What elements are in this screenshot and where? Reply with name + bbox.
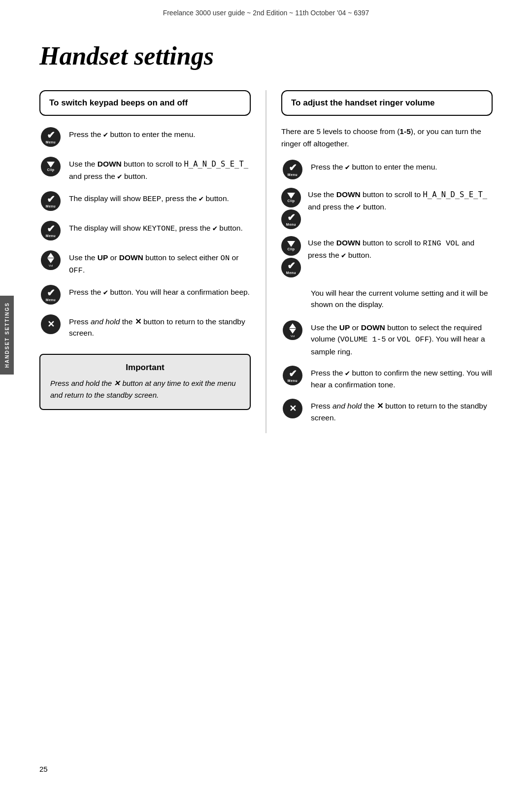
right-menu-check-6: ✔ Menu bbox=[283, 366, 302, 385]
left-step-text-4: The display will show KEYTONE, press the… bbox=[69, 219, 243, 235]
right-step-4: Clip ✔ Menu Use the DOWN button to scrol… bbox=[281, 236, 493, 277]
left-column: To switch keypad beeps on and off ✔ Menu… bbox=[39, 90, 251, 433]
column-divider bbox=[266, 90, 266, 433]
right-step-text-7: Press and hold the ✕ button to return to… bbox=[311, 397, 493, 423]
down-arrow-icon-2: Clip bbox=[41, 157, 61, 176]
left-steps-list: ✔ Menu Press the ✔ button to enter the m… bbox=[39, 126, 251, 339]
right-step-text-4: Use the DOWN button to scroll to RING VO… bbox=[308, 236, 493, 262]
right-menu-check-1: ✔ Menu bbox=[283, 160, 302, 179]
right-vol-icon-5: Vol bbox=[283, 320, 302, 340]
right-step-5: Vol Use the UP or DOWN button to select … bbox=[281, 319, 493, 357]
right-icon-7: ✕ bbox=[281, 397, 304, 420]
right-info-text: You will hear the current volume setting… bbox=[281, 284, 493, 310]
right-intro-text: There are 5 levels to choose from (1-5),… bbox=[281, 126, 493, 150]
left-step-2: Clip Use the DOWN button to scroll to H̲… bbox=[39, 155, 251, 183]
left-step-1: ✔ Menu Press the ✔ button to enter the m… bbox=[39, 126, 251, 148]
right-menu-check-3: ✔ Menu bbox=[281, 209, 301, 229]
right-icon-1: ✔ Menu bbox=[281, 158, 304, 181]
left-icon-5: Vol bbox=[39, 249, 62, 272]
right-step-2: Clip ✔ Menu Use the DOWN button to scrol… bbox=[281, 188, 493, 229]
side-tab: HANDSET SETTINGS bbox=[0, 296, 14, 375]
right-step-6: ✔ Menu Press the ✔ button to confirm the… bbox=[281, 364, 493, 391]
left-icon-6: ✔ Menu bbox=[39, 283, 62, 306]
right-menu-check-4b: ✔ Menu bbox=[281, 258, 301, 277]
menu-check-icon-4: ✔ Menu bbox=[41, 221, 61, 240]
left-step-text-2: Use the DOWN button to scroll to H̲A̲N̲D… bbox=[69, 155, 251, 183]
important-box: Important Press and hold the ✕ button at… bbox=[39, 354, 251, 410]
left-step-4: ✔ Menu The display will show KEYTONE, pr… bbox=[39, 219, 251, 242]
page-header: Freelance 3000 user guide ~ 2nd Edition … bbox=[0, 0, 532, 22]
left-icon-2: Clip bbox=[39, 155, 62, 178]
menu-check-icon-6: ✔ Menu bbox=[41, 285, 61, 305]
left-step-text-7: Press and hold the ✕ button to return to… bbox=[69, 313, 251, 339]
left-step-3: ✔ Menu The display will show BEEP, press… bbox=[39, 190, 251, 212]
left-step-text-3: The display will show BEEP, press the ✔ … bbox=[69, 190, 229, 205]
page-number: 25 bbox=[39, 765, 48, 773]
left-step-5: Vol Use the UP or DOWN button to select … bbox=[39, 249, 251, 277]
right-column: To adjust the handset ringer volume Ther… bbox=[281, 90, 493, 433]
side-tab-label: HANDSET SETTINGS bbox=[4, 302, 10, 368]
right-x-button-7: ✕ bbox=[283, 399, 302, 418]
right-section-box: To adjust the handset ringer volume bbox=[281, 90, 493, 116]
right-icon-5: Vol bbox=[281, 319, 304, 342]
x-button-icon-7: ✕ bbox=[41, 314, 61, 334]
important-text: Press and hold the ✕ button at any time … bbox=[50, 377, 240, 401]
left-icon-1: ✔ Menu bbox=[39, 126, 62, 148]
right-down-arrow-4: Clip bbox=[281, 236, 301, 256]
right-icon-6: ✔ Menu bbox=[281, 364, 304, 387]
left-icon-4: ✔ Menu bbox=[39, 219, 62, 242]
menu-check-icon-3: ✔ Menu bbox=[41, 191, 61, 211]
right-steps-list: ✔ Menu Press the ✔ button to enter the m… bbox=[281, 158, 493, 423]
right-step-text-1: Press the ✔ button to enter the menu. bbox=[311, 158, 437, 173]
right-icon-group-4: Clip ✔ Menu bbox=[281, 236, 301, 277]
left-step-text-5: Use the UP or DOWN button to select eith… bbox=[69, 249, 251, 277]
main-content: To switch keypad beeps on and off ✔ Menu… bbox=[0, 90, 532, 433]
vol-icon-5: Vol bbox=[41, 250, 61, 270]
left-step-6: ✔ Menu Press the ✔ button. You will hear… bbox=[39, 283, 251, 306]
right-step-text-2: Use the DOWN button to scroll to H̲A̲N̲D… bbox=[308, 188, 493, 213]
right-section-title: To adjust the handset ringer volume bbox=[291, 98, 435, 107]
left-step-7: ✕ Press and hold the ✕ button to return … bbox=[39, 313, 251, 339]
right-step-7: ✕ Press and hold the ✕ button to return … bbox=[281, 397, 493, 423]
left-section-box: To switch keypad beeps on and off bbox=[39, 90, 251, 116]
right-icon-group-2: Clip ✔ Menu bbox=[281, 188, 301, 229]
right-step-1: ✔ Menu Press the ✔ button to enter the m… bbox=[281, 158, 493, 181]
menu-check-icon-1: ✔ Menu bbox=[41, 127, 61, 147]
left-icon-3: ✔ Menu bbox=[39, 190, 62, 212]
left-step-text-6: Press the ✔ button. You will hear a conf… bbox=[69, 283, 250, 298]
left-icon-7: ✕ bbox=[39, 313, 62, 336]
left-section-title: To switch keypad beeps on and off bbox=[49, 98, 188, 107]
page-title: Handset settings bbox=[39, 41, 493, 70]
left-step-text-1: Press the ✔ button to enter the menu. bbox=[69, 126, 196, 140]
right-step-text-5: Use the UP or DOWN button to select the … bbox=[311, 319, 493, 357]
important-title: Important bbox=[50, 363, 240, 373]
right-step-text-6: Press the ✔ button to confirm the new se… bbox=[311, 364, 493, 391]
header-text: Freelance 3000 user guide ~ 2nd Edition … bbox=[163, 9, 369, 17]
right-down-arrow-2: Clip bbox=[281, 188, 301, 207]
